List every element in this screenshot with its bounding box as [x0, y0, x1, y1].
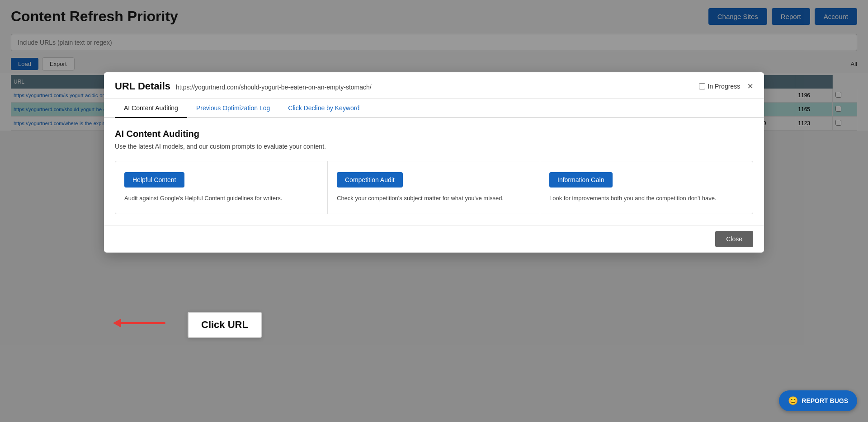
section-title: AI Content Auditing	[115, 129, 753, 139]
tab-previous-optimization-log[interactable]: Previous Optimization Log	[187, 99, 279, 118]
modal-title: URL Details	[115, 80, 170, 92]
in-progress-checkbox[interactable]	[699, 83, 705, 89]
information-gain-button[interactable]: Information Gain	[549, 172, 613, 188]
in-progress-text: In Progress	[708, 83, 741, 90]
modal-url: https://yogurtnerd.com/should-yogurt-be-…	[176, 84, 372, 91]
tab-click-decline-by-keyword[interactable]: Click Decline by Keyword	[279, 99, 368, 118]
footer-close-button[interactable]: Close	[715, 231, 753, 247]
report-bugs-button[interactable]: 😊 REPORT BUGS	[779, 390, 857, 411]
audit-card-information-gain: Information Gain Look for improvements b…	[540, 161, 753, 214]
competition-audit-desc: Check your competition's subject matter …	[337, 194, 531, 203]
modal-footer: Close	[104, 225, 764, 253]
section-desc: Use the latest AI models, and our custom…	[115, 143, 753, 150]
modal-header-right: In Progress ×	[699, 81, 753, 91]
arrow-line	[120, 322, 165, 324]
helpful-content-desc: Audit against Google's Helpful Content g…	[124, 194, 318, 203]
modal-close-button[interactable]: ×	[747, 81, 753, 91]
audit-card-helpful-content: Helpful Content Audit against Google's H…	[115, 161, 328, 214]
tab-ai-content-auditing[interactable]: AI Content Auditing	[115, 99, 187, 118]
red-arrow	[113, 319, 165, 328]
click-url-tooltip: Click URL	[188, 312, 262, 338]
click-url-text: Click URL	[201, 319, 248, 330]
report-bugs-icon: 😊	[788, 396, 798, 406]
audit-card-competition-audit: Competition Audit Check your competition…	[328, 161, 540, 214]
modal-tabs: AI Content Auditing Previous Optimizatio…	[104, 99, 764, 118]
report-bugs-label: REPORT BUGS	[802, 397, 848, 404]
information-gain-desc: Look for improvements both you and the c…	[549, 194, 744, 203]
modal-title-group: URL Details https://yogurtnerd.com/shoul…	[115, 80, 372, 92]
modal-header: URL Details https://yogurtnerd.com/shoul…	[104, 72, 764, 99]
in-progress-label[interactable]: In Progress	[699, 83, 741, 90]
helpful-content-button[interactable]: Helpful Content	[124, 172, 184, 188]
modal-body: AI Content Auditing Use the latest AI mo…	[104, 118, 764, 225]
modal-overlay[interactable]: URL Details https://yogurtnerd.com/shoul…	[0, 0, 868, 422]
competition-audit-button[interactable]: Competition Audit	[337, 172, 403, 188]
modal-dialog: URL Details https://yogurtnerd.com/shoul…	[104, 72, 764, 253]
audit-cards: Helpful Content Audit against Google's H…	[115, 161, 753, 214]
